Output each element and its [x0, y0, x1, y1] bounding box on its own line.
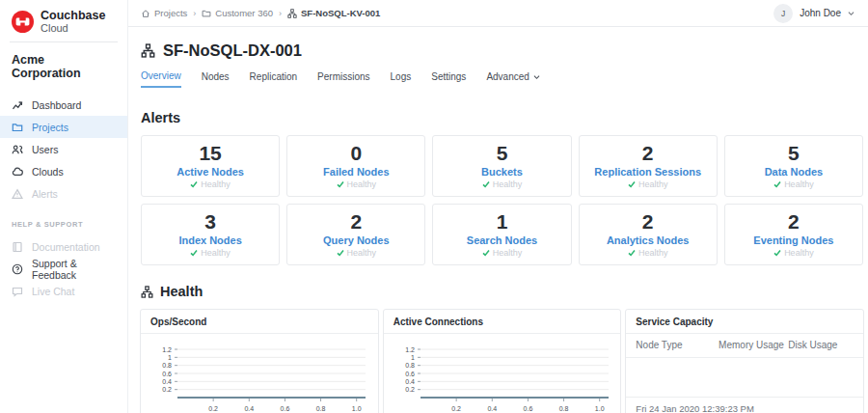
stat-label: Data Nodes: [765, 166, 824, 178]
svg-text:0.6: 0.6: [524, 405, 533, 412]
sidebar-item-support-feedback[interactable]: Support & Feedback: [0, 258, 127, 280]
svg-text:0.2: 0.2: [209, 405, 219, 412]
svg-text:0.6: 0.6: [405, 370, 415, 376]
folder-icon: [12, 122, 23, 133]
alerts-heading-label: Alerts: [141, 110, 180, 125]
chart-canvas: 0.20.40.60.811.20.20.40.60.81.0: [141, 336, 377, 413]
stat-card-failed-nodes: 0 Failed Nodes Healthy: [286, 135, 425, 197]
chart-canvas: 0.20.40.60.811.20.20.40.60.81.0: [384, 336, 620, 413]
title-row: SF-NoSQL-DX-001: [141, 41, 868, 60]
svg-text:1.0: 1.0: [352, 405, 362, 412]
sidebar-item-dashboard[interactable]: Dashboard: [0, 94, 127, 116]
stat-label: Active Nodes: [176, 166, 244, 178]
status-badge: Healthy: [482, 179, 523, 189]
column-memory-usage: Memory Usage: [719, 340, 788, 350]
svg-text:0.2: 0.2: [451, 405, 461, 412]
tab-overview[interactable]: Overview: [141, 70, 181, 88]
stat-label: Eventing Nodes: [753, 234, 833, 246]
tab-settings[interactable]: Settings: [431, 70, 466, 88]
alerts-heading: Alerts: [141, 110, 868, 125]
check-icon: [337, 180, 344, 188]
svg-text:1.2: 1.2: [163, 345, 173, 352]
breadcrumb-label: Customer 360: [215, 8, 273, 18]
sidebar-item-clouds[interactable]: Clouds: [0, 160, 127, 182]
status-badge: Healthy: [190, 179, 231, 189]
stat-card-buckets: 5 Buckets Healthy: [432, 135, 571, 197]
check-icon: [628, 180, 636, 188]
help-section-label: HELP & SUPPORT: [0, 205, 127, 235]
ops-second-chart: 0.20.40.60.811.20.20.40.60.81.0: [141, 334, 378, 413]
sidebar-item-label: Alerts: [32, 188, 58, 200]
stat-card-data-nodes: 5 Data Nodes Healthy: [724, 135, 863, 197]
breadcrumb-projects[interactable]: Projects: [141, 8, 187, 18]
home-icon: [141, 9, 150, 18]
stat-label: Analytics Nodes: [607, 234, 690, 246]
sidebar-item-label: Documentation: [32, 241, 100, 253]
stat-label: Index Nodes: [178, 234, 241, 246]
breadcrumb-label: Projects: [154, 8, 187, 18]
sidebar-item-alerts: Alerts: [0, 182, 127, 205]
stat-card-analytics-nodes: 2 Analytics Nodes Healthy: [579, 204, 718, 265]
logo-subtitle: Cloud: [41, 22, 105, 34]
svg-text:1: 1: [168, 353, 172, 360]
stat-value: 2: [788, 211, 800, 233]
health-heading: Health: [141, 284, 868, 299]
svg-text:0.4: 0.4: [163, 377, 173, 384]
sidebar-item-live-chat: Live Chat: [0, 280, 127, 302]
svg-text:0.6: 0.6: [163, 370, 173, 376]
tab-label: Advanced: [486, 71, 529, 82]
svg-text:0.4: 0.4: [245, 405, 255, 412]
svg-text:1.0: 1.0: [595, 405, 605, 412]
sidebar-item-users[interactable]: Users: [0, 138, 127, 160]
folder-icon: [202, 9, 211, 18]
status-badge: Healthy: [482, 248, 523, 258]
tab-permissions[interactable]: Permissions: [317, 70, 369, 88]
status-badge: Healthy: [337, 248, 377, 258]
stat-value: 2: [642, 211, 654, 233]
stat-card-replication-sessions: 2 Replication Sessions Healthy: [579, 135, 718, 197]
column-node-type: Node Type: [636, 340, 719, 350]
stat-value: 2: [350, 211, 362, 233]
dashboard-icon: [12, 99, 23, 111]
user-name: John Doe: [800, 8, 841, 18]
cluster-icon: [287, 9, 297, 18]
tab-nodes[interactable]: Nodes: [202, 70, 230, 88]
breadcrumb-customer-360[interactable]: Customer 360: [202, 8, 273, 18]
stat-card-query-nodes: 2 Query Nodes Healthy: [286, 204, 425, 265]
stat-label: Replication Sessions: [594, 166, 701, 178]
tab-replication[interactable]: Replication: [250, 70, 297, 88]
app-logo[interactable]: Couchbase Cloud: [0, 0, 127, 41]
user-menu[interactable]: J John Doe: [773, 4, 854, 23]
svg-text:0.4: 0.4: [405, 377, 415, 384]
svg-text:1.2: 1.2: [405, 345, 415, 352]
tab-logs[interactable]: Logs: [391, 70, 412, 88]
stat-value: 5: [497, 143, 508, 164]
svg-text:0.8: 0.8: [316, 405, 326, 412]
breadcrumb: Projects › Customer 360 › SF-NoSQL-KV-00…: [141, 8, 380, 18]
svg-text:0.2: 0.2: [405, 386, 415, 393]
documentation-icon: [12, 241, 23, 253]
check-icon: [628, 249, 636, 257]
svg-text:0.2: 0.2: [163, 386, 173, 393]
check-icon: [773, 249, 781, 257]
svg-text:0.8: 0.8: [405, 362, 415, 369]
status-badge: Healthy: [628, 248, 668, 258]
column-disk-usage: Disk Usage: [788, 340, 854, 350]
sidebar-item-projects[interactable]: Projects: [0, 116, 127, 138]
stat-value: 5: [788, 143, 800, 164]
sidebar-nav: Dashboard Projects Users Clouds Ale: [0, 94, 127, 302]
stat-card-index-nodes: 3 Index Nodes Healthy: [141, 204, 280, 265]
org-name: Acme Corporation: [0, 42, 127, 82]
check-icon: [337, 249, 344, 257]
breadcrumb-separator: ›: [279, 9, 282, 18]
check-icon: [190, 180, 198, 188]
service-capacity-table-body: [626, 358, 863, 397]
svg-text:0.6: 0.6: [281, 405, 290, 412]
alert-triangle-icon: [12, 188, 23, 200]
stat-label: Query Nodes: [323, 234, 389, 246]
service-capacity-table-header: Node Type Memory Usage Disk Usage: [626, 334, 863, 358]
tab-advanced[interactable]: Advanced: [486, 70, 539, 88]
sidebar-item-documentation: Documentation: [0, 235, 127, 258]
panel-title: Service Capacity: [626, 310, 863, 334]
cloud-icon: [12, 166, 23, 178]
